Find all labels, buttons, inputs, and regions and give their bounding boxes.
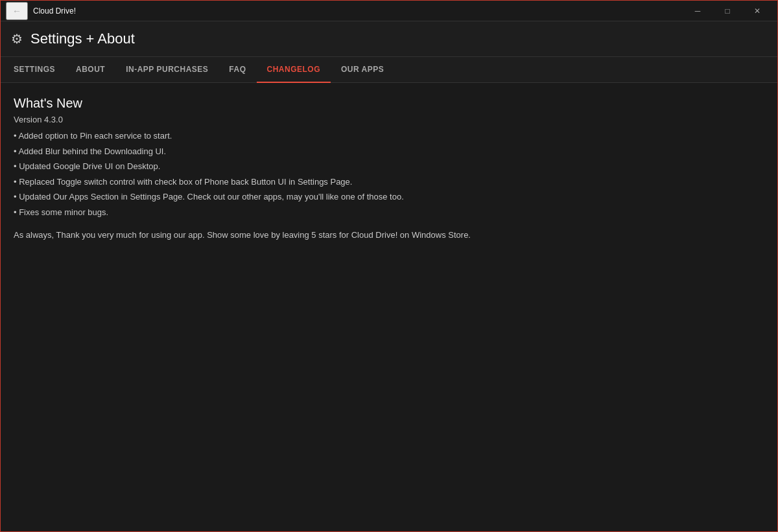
page-title: Settings + About: [30, 30, 135, 47]
app-title: Cloud Drive!: [33, 6, 76, 16]
tab-faq[interactable]: FAQ: [218, 57, 256, 83]
title-bar-left: ← Cloud Drive!: [6, 2, 76, 20]
content-area: What's New Version 4.3.0 • Added option …: [1, 83, 777, 255]
changelog-item: • Added option to Pin each service to st…: [14, 130, 764, 143]
tab-our-apps[interactable]: OUR APPS: [331, 57, 394, 83]
page-header: ⚙ Settings + About: [1, 21, 777, 57]
tab-about[interactable]: ABOUT: [65, 57, 115, 83]
title-bar: ← Cloud Drive! ─ □ ✕: [1, 1, 777, 21]
close-button[interactable]: ✕: [742, 1, 772, 21]
changelog-item: • Updated Google Drive UI on Desktop.: [14, 160, 764, 173]
whats-new-heading: What's New: [14, 96, 764, 111]
version-label: Version 4.3.0: [14, 115, 764, 124]
nav-tabs: SETTINGSABOUTIN-APP PURCHASESFAQCHANGELO…: [1, 57, 777, 83]
changelog-item: • Added Blur behind the Downloading UI.: [14, 145, 764, 158]
changelog-list: • Added option to Pin each service to st…: [14, 130, 764, 218]
tab-changelog[interactable]: CHANGELOG: [257, 57, 331, 83]
changelog-item: • Updated Our Apps Section in Settings P…: [14, 191, 764, 203]
thank-you-text: As always, Thank you very much for using…: [14, 229, 764, 242]
settings-icon: ⚙: [11, 31, 23, 47]
tab-settings[interactable]: SETTINGS: [3, 57, 65, 83]
tab-in-app-purchases[interactable]: IN-APP PURCHASES: [115, 57, 218, 83]
maximize-button[interactable]: □: [713, 1, 742, 21]
changelog-item: • Fixes some minor bugs.: [14, 206, 764, 219]
changelog-item: • Replaced Toggle switch control with ch…: [14, 176, 764, 189]
window-controls: ─ □ ✕: [683, 1, 772, 21]
minimize-button[interactable]: ─: [683, 1, 713, 21]
back-button[interactable]: ←: [6, 2, 28, 20]
